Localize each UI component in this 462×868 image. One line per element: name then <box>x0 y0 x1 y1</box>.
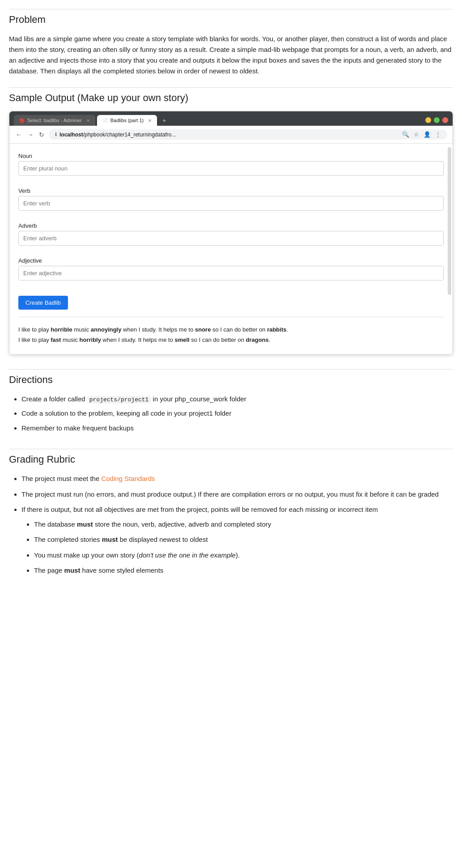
directions-list: Create a folder called projects/project1… <box>9 393 453 435</box>
rubric-sub-2-bold: must <box>102 536 118 543</box>
direction-1-text2: in your php_course_work folder <box>151 395 246 403</box>
direction-item-3: Remember to make frequent backups <box>21 422 453 435</box>
search-icon[interactable]: 🔍 <box>402 131 409 138</box>
adverb-label: Adverb <box>18 222 444 229</box>
account-icon[interactable]: 👤 <box>424 131 431 138</box>
address-icons: 🔍 ☆ 👤 ⋮ <box>402 131 441 138</box>
reload-button[interactable]: ↻ <box>38 130 45 139</box>
browser-address-bar: ← → ↻ ℹ localhost/phpbook/chapter14_retu… <box>9 126 453 144</box>
rubric-item-1: The project must meet the Coding Standar… <box>21 472 453 485</box>
rubric-sub-3-italic: don't use the one in the example <box>139 551 236 559</box>
create-badlib-button[interactable]: Create Badlib <box>18 296 68 310</box>
tab2-close[interactable]: ✕ <box>148 118 152 123</box>
verb-section: Verb <box>18 187 444 213</box>
rubric-sub-1-bold: must <box>77 520 93 528</box>
address-rest: /phpbook/chapter14_returningdatafro... <box>83 132 176 138</box>
info-icon: ℹ <box>55 132 57 137</box>
rubric-1-pre: The project must meet the <box>21 475 101 482</box>
close-window-button[interactable] <box>442 117 448 123</box>
story1-word1: horrible <box>51 326 72 333</box>
coding-standards-link[interactable]: Coding Standards <box>101 475 155 482</box>
noun-label: Noun <box>18 153 444 159</box>
rubric-item-3: If there is output, but not all objectiv… <box>21 503 453 577</box>
story1-word2: annoyingly <box>91 326 122 333</box>
direction-2-text: Code a solution to the problem, keeping … <box>21 409 231 417</box>
rubric-sub-4: The page must have some styled elements <box>34 564 453 577</box>
rubric-sub-3: You must make up your own story (don't u… <box>34 549 453 562</box>
story-1: I like to play horrible music annoyingly… <box>18 324 444 335</box>
sample-output-title: Sample Output (Make up your own story) <box>9 87 453 106</box>
adjective-label: Adjective <box>18 257 444 264</box>
story2-word4: dragons <box>246 336 268 343</box>
tab1-close[interactable]: ✕ <box>86 118 90 123</box>
minimize-button[interactable] <box>425 117 431 123</box>
direction-1-text: Create a folder called <box>21 395 87 403</box>
browser-tab-1[interactable]: 🔴 Select: badlibs - Adminer ✕ <box>14 115 95 126</box>
rubric-item-2: The project must run (no errors, and mus… <box>21 488 453 501</box>
adjective-input[interactable] <box>18 266 444 281</box>
tab1-label: Select: badlibs - Adminer <box>27 118 82 123</box>
verb-label: Verb <box>18 187 444 194</box>
tab2-icon: 📄 <box>102 118 108 123</box>
browser-mockup: 🔴 Select: badlibs - Adminer ✕ 📄 Badlibs … <box>9 111 453 355</box>
direction-3-text: Remember to make frequent backups <box>21 424 134 432</box>
story1-word3: snore <box>195 326 211 333</box>
browser-content-wrapper: Noun Verb Adverb Adjective <box>9 144 453 354</box>
separator <box>18 317 444 317</box>
rubric-2-text: The project must run (no errors, and mus… <box>21 490 439 498</box>
problem-title: Problem <box>9 9 453 29</box>
rubric-sub-list: The database must store the noun, verb, … <box>21 518 453 577</box>
problem-section: Problem Mad libs are a simple game where… <box>9 9 453 77</box>
back-button[interactable]: ← <box>15 130 23 139</box>
forward-button[interactable]: → <box>26 130 34 139</box>
new-tab-button[interactable]: + <box>159 115 170 126</box>
story2-word1: fast <box>51 336 61 343</box>
rubric-list: The project must meet the Coding Standar… <box>9 472 453 577</box>
story-2: I like to play fast music horribly when … <box>18 335 444 345</box>
direction-item-1: Create a folder called projects/project1… <box>21 393 453 406</box>
address-text: localhost/phpbook/chapter14_returningdat… <box>59 132 176 138</box>
bookmark-icon[interactable]: ☆ <box>414 131 419 138</box>
problem-description: Mad libs are a simple game where you cre… <box>9 34 453 77</box>
adverb-input[interactable] <box>18 231 444 246</box>
address-bold: localhost <box>59 132 83 138</box>
grading-section: Grading Rubric The project must meet the… <box>9 449 453 577</box>
grading-title: Grading Rubric <box>9 449 453 467</box>
verb-input[interactable] <box>18 196 444 211</box>
browser-tab-2[interactable]: 📄 Badlibs (part 1) ✕ <box>97 115 157 126</box>
story-output: I like to play horrible music annoyingly… <box>18 324 444 345</box>
adverb-section: Adverb <box>18 222 444 248</box>
window-controls <box>425 117 448 126</box>
tab2-label: Badlibs (part 1) <box>110 118 144 123</box>
direction-item-2: Code a solution to the problem, keeping … <box>21 407 453 420</box>
address-box[interactable]: ℹ localhost/phpbook/chapter14_returningd… <box>49 129 447 140</box>
rubric-sub-4-bold: must <box>64 566 81 574</box>
rubric-3-text: If there is output, but not all objectiv… <box>21 506 378 513</box>
browser-content: Noun Verb Adverb Adjective <box>9 144 453 354</box>
directions-section: Directions Create a folder called projec… <box>9 369 453 435</box>
rubric-sub-2: The completed stories must be displayed … <box>34 533 453 546</box>
direction-1-code: projects/project1 <box>87 396 151 404</box>
story2-word2: horribly <box>80 336 101 343</box>
tab1-icon: 🔴 <box>19 118 25 123</box>
more-icon[interactable]: ⋮ <box>435 131 441 138</box>
noun-section: Noun <box>18 153 444 179</box>
adjective-section: Adjective <box>18 257 444 283</box>
noun-input[interactable] <box>18 161 444 176</box>
sample-output-section: Sample Output (Make up your own story) 🔴… <box>9 87 453 355</box>
rubric-sub-1: The database must store the noun, verb, … <box>34 518 453 531</box>
story2-word3: smell <box>174 336 189 343</box>
directions-title: Directions <box>9 369 453 387</box>
story1-word4: rabbits <box>267 326 286 333</box>
browser-chrome: 🔴 Select: badlibs - Adminer ✕ 📄 Badlibs … <box>9 111 453 126</box>
scrollbar[interactable] <box>448 147 451 295</box>
maximize-button[interactable] <box>434 117 440 123</box>
